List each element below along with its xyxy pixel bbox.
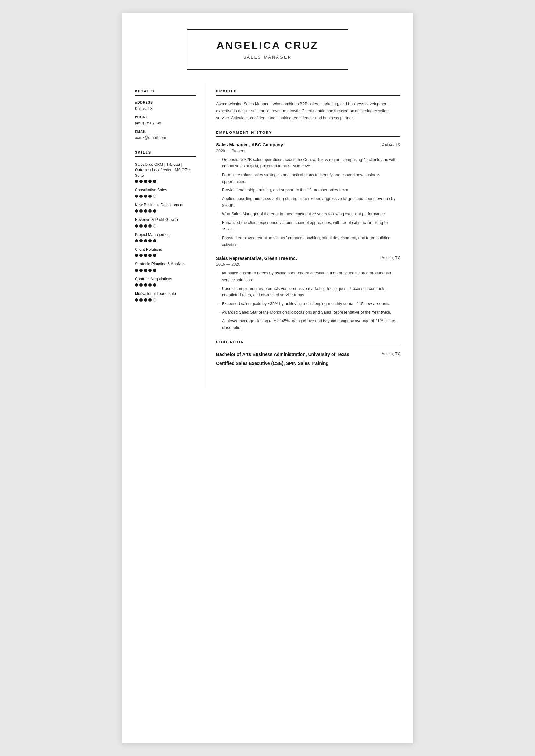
skill-dot	[149, 269, 152, 272]
edu-location: Austin, TX	[382, 352, 400, 356]
education-section-title: EDUCATION	[216, 340, 400, 346]
skill-dot	[139, 180, 143, 183]
header-box: ANGELICA CRUZ SALES MANAGER	[187, 29, 348, 70]
candidate-title: SALES MANAGER	[213, 55, 322, 60]
candidate-name: ANGELICA CRUZ	[213, 40, 322, 51]
education-list: Bachelor of Arts Business Administration…	[216, 352, 400, 366]
job-bullet: Achieved average closing rate of 45%, go…	[216, 318, 400, 331]
skill-dot	[149, 239, 152, 242]
job-bullet: Enhanced the client experience via omnic…	[216, 220, 400, 233]
details-section: DETAILS ADDRESS Dallas, TX PHONE (469) 2…	[135, 89, 196, 141]
edu-title: Bachelor of Arts Business Administration…	[216, 352, 349, 357]
job-bullet: Formulate robust sales strategies and ta…	[216, 172, 400, 185]
skill-name: New Business Development	[135, 202, 196, 208]
skill-dot	[135, 224, 138, 228]
header: ANGELICA CRUZ SALES MANAGER	[122, 13, 413, 83]
skill-dot	[153, 239, 156, 242]
jobs-list: Sales Manager , ABC CompanyDallas, TX202…	[216, 142, 400, 331]
job-bullet: Provide leadership, training, and suppor…	[216, 187, 400, 194]
skill-dot	[139, 284, 143, 287]
skill-dot	[149, 298, 152, 302]
skill-dots	[135, 224, 196, 228]
skill-dots	[135, 195, 196, 198]
skill-dot	[139, 209, 143, 213]
job-dates: 2020 — Present	[216, 149, 400, 153]
resume-page: ANGELICA CRUZ SALES MANAGER DETAILS ADDR…	[122, 13, 413, 743]
phone-label: PHONE	[135, 115, 196, 119]
skills-section: SKILLS Salesforce CRM | Tableau | Outrea…	[135, 150, 196, 302]
job-title: Sales Representative, Green Tree Inc.	[216, 256, 297, 261]
profile-section-title: PROFILE	[216, 89, 400, 96]
skill-dots	[135, 239, 196, 242]
skill-dot	[144, 180, 147, 183]
skills-section-title: SKILLS	[135, 150, 196, 157]
skill-dots	[135, 209, 196, 213]
phone-value: (469) 251 7735	[135, 120, 196, 126]
job-entry: Sales Manager , ABC CompanyDallas, TX202…	[216, 142, 400, 248]
job-bullet: Exceeded sales goals by ~35% by achievin…	[216, 301, 400, 308]
skill-dot	[135, 209, 138, 213]
profile-text: Award-winning Sales Manager, who combine…	[216, 101, 400, 122]
skill-dot	[139, 239, 143, 242]
skill-dot	[144, 224, 147, 228]
skill-dot	[153, 195, 156, 198]
skill-dot	[135, 269, 138, 272]
job-bullet: Orchestrate B2B sales operations across …	[216, 156, 400, 170]
skill-dot	[135, 284, 138, 287]
skill-dot	[153, 298, 156, 302]
skill-dot	[149, 195, 152, 198]
job-location: Austin, TX	[382, 256, 400, 260]
skill-name: Client Relations	[135, 247, 196, 253]
skill-dot	[144, 195, 147, 198]
sidebar: DETAILS ADDRESS Dallas, TX PHONE (469) 2…	[122, 83, 206, 388]
job-location: Dallas, TX	[382, 142, 400, 147]
skill-dot	[139, 254, 143, 257]
skill-dots	[135, 180, 196, 183]
skill-dots	[135, 284, 196, 287]
skill-name: Motivational Leadership	[135, 291, 196, 297]
skill-dots	[135, 269, 196, 272]
skill-dot	[144, 298, 147, 302]
job-bullet: Boosted employee retention via performan…	[216, 235, 400, 248]
details-section-title: DETAILS	[135, 89, 196, 96]
skill-dot	[144, 284, 147, 287]
skill-dot	[139, 195, 143, 198]
skill-dot	[149, 180, 152, 183]
employment-section: EMPLOYMENT HISTORY Sales Manager , ABC C…	[216, 131, 400, 331]
body-layout: DETAILS ADDRESS Dallas, TX PHONE (469) 2…	[122, 83, 413, 388]
email-value: acruz@email.com	[135, 135, 196, 141]
email-label: EMAIL	[135, 130, 196, 133]
job-header: Sales Representative, Green Tree Inc.Aus…	[216, 256, 400, 261]
skill-name: Consultative Sales	[135, 187, 196, 193]
job-bullet: Won Sales Manager of the Year in three c…	[216, 211, 400, 218]
skill-dot	[144, 269, 147, 272]
skill-dots	[135, 254, 196, 257]
job-bullet: Applied upselling and cross-selling stra…	[216, 196, 400, 209]
skills-list: Salesforce CRM | Tableau | Outreach Lead…	[135, 162, 196, 302]
skill-dot	[139, 298, 143, 302]
skill-dot	[153, 254, 156, 257]
job-dates: 2016 — 2020	[216, 262, 400, 267]
job-title: Sales Manager , ABC Company	[216, 142, 283, 148]
skill-dot	[144, 254, 147, 257]
skill-dot	[149, 209, 152, 213]
skill-dot	[144, 209, 147, 213]
employment-section-title: EMPLOYMENT HISTORY	[216, 131, 400, 137]
skill-dot	[139, 269, 143, 272]
skill-name: Salesforce CRM | Tableau | Outreach Lead…	[135, 162, 196, 178]
skill-dot	[135, 195, 138, 198]
skill-dot	[153, 209, 156, 213]
cert-title: Certified Sales Executive (CSE), SPIN Sa…	[216, 361, 400, 366]
job-bullet: Awarded Sales Star of the Month on six o…	[216, 309, 400, 316]
skill-dot	[149, 224, 152, 228]
skill-dot	[149, 254, 152, 257]
edu-entry: Bachelor of Arts Business Administration…	[216, 352, 400, 357]
skill-name: Contract Negotiations	[135, 276, 196, 282]
address-value: Dallas, TX	[135, 106, 196, 112]
main-content: PROFILE Award-winning Sales Manager, who…	[206, 83, 413, 388]
skill-name: Strategic Planning & Analysis	[135, 261, 196, 267]
skill-dot	[153, 180, 156, 183]
job-bullets: Identified customer needs by asking open…	[216, 270, 400, 331]
job-bullet: Identified customer needs by asking open…	[216, 270, 400, 283]
job-entry: Sales Representative, Green Tree Inc.Aus…	[216, 256, 400, 331]
